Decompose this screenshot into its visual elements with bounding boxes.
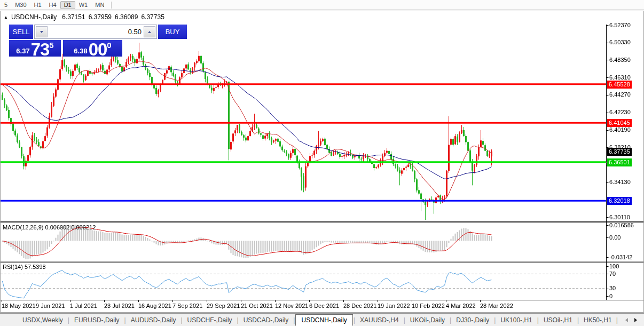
chart-tab-usoil-h1[interactable]: USOil-,H1	[539, 315, 577, 325]
price-level-label: 6.45528	[607, 81, 632, 89]
chart-symbol-label: USDCNH-,Daily	[11, 13, 57, 21]
chart-tab-usdcnh-daily[interactable]: USDCNH-,Daily	[295, 314, 352, 326]
tab-separator: |	[537, 316, 539, 324]
date-label: 4 Mar 2022	[446, 303, 476, 309]
chart-tab-xauusd-h4[interactable]: XAUUSD-,H4	[356, 315, 403, 325]
timeframe-toolbar: 5M30H1H4D1W1MN	[0, 0, 644, 10]
rsi-tick-label: 100	[609, 263, 619, 270]
timeframe-button-d1[interactable]: D1	[60, 1, 75, 9]
tab-separator: |	[404, 316, 405, 324]
buy-price-big: 00	[89, 42, 107, 57]
volume-stepper	[34, 25, 157, 39]
date-label: 7 Sep 2021	[172, 303, 202, 309]
toolbar-separator	[111, 2, 112, 9]
macd-tick-label: -0.03142	[609, 254, 632, 261]
sell-price-display[interactable]: 6.37735	[9, 40, 61, 57]
price-tick-label: 6.30110	[609, 214, 630, 221]
rsi-tick-label: 30	[609, 285, 616, 292]
chart-tab-audusd-daily[interactable]: AUDUSD-,Daily	[127, 315, 180, 325]
chart-tab-ukoil-daily[interactable]: UKOil-,Daily	[406, 315, 449, 325]
date-label: 28 Dec 2021	[343, 303, 376, 309]
tab-separator: |	[293, 316, 295, 324]
timeframe-button-m30[interactable]: M30	[11, 1, 30, 9]
price-tick-label: 6.50330	[609, 39, 631, 46]
chart-tab-hk50-h1[interactable]: HK50-,H1	[579, 315, 616, 325]
rsi-tick-label: 0	[609, 293, 612, 300]
tab-separator: |	[450, 316, 451, 324]
date-label: 18 May 2021	[2, 303, 36, 309]
trading-terminal: { "toolbar": { "timeframes": ["5", "M30"…	[0, 0, 644, 326]
buy-price-display[interactable]: 6.38000	[63, 40, 122, 57]
buy-price-prefix: 6.38	[74, 47, 88, 57]
tabs-navigation: |	[616, 316, 644, 324]
macd-tick-label: 0.016586	[609, 222, 634, 229]
timeframe-button-w1[interactable]: W1	[75, 1, 92, 9]
chart-tab-usdx-weekly[interactable]: USDX,Weekly	[18, 315, 67, 325]
collapse-chart-icon[interactable]: ▲	[4, 15, 8, 20]
rsi-indicator-label: RSI(14) 57.5398	[3, 264, 46, 270]
date-label: 23 Jul 2021	[104, 303, 135, 309]
tab-separator: |	[124, 316, 126, 324]
price-level-label: 6.32018	[607, 197, 632, 205]
date-label: 9 Jun 2021	[36, 303, 65, 309]
volume-input[interactable]	[48, 26, 144, 37]
buy-button[interactable]: BUY	[158, 25, 187, 39]
sell-price-big: 73	[31, 42, 50, 57]
price-tick-label: 6.52370	[609, 22, 631, 29]
ohlc-low-value: 6.36089	[115, 13, 138, 21]
volume-increase-button[interactable]	[144, 26, 155, 37]
chart-tabs-bar: USDX,Weekly|EURUSD-,Daily|AUDUSD-,Daily|…	[0, 313, 644, 326]
price-level-label: 6.41045	[607, 119, 632, 127]
sell-button[interactable]: SELL	[9, 25, 33, 39]
volume-decrease-button[interactable]	[36, 26, 48, 37]
ohlc-high-value: 6.37959	[89, 13, 112, 21]
tabs-scroll-right-icon[interactable]	[634, 318, 637, 322]
tabs-separator: |	[616, 316, 618, 324]
price-level-label: 6.36501	[607, 158, 632, 166]
chart-tab-eurusd-daily[interactable]: EURUSD-,Daily	[70, 315, 124, 325]
tabs-scroll-left-icon[interactable]	[625, 318, 628, 322]
price-tick-label: 6.42230	[609, 109, 631, 116]
date-label: 1 Jul 2021	[70, 303, 97, 309]
price-tick-label: 6.34130	[609, 179, 631, 186]
one-click-trade-panel: SELL BUY 6.37735 6.38000	[9, 25, 122, 57]
date-label: 28 Mar 2022	[480, 303, 513, 309]
sell-price-pip: 5	[49, 40, 53, 49]
ohlc-open-value: 6.37151	[62, 13, 85, 21]
tab-separator: |	[237, 316, 239, 324]
date-label: 6 Dec 2021	[309, 303, 339, 309]
triangle-up-icon	[148, 31, 151, 33]
date-label: 21 Oct 2021	[241, 303, 273, 309]
date-label: 19 Jan 2022	[378, 303, 410, 309]
chart-tabs: USDX,Weekly|EURUSD-,Daily|AUDUSD-,Daily|…	[18, 314, 616, 326]
current-price-label: 6.37735	[607, 148, 632, 156]
chart-tab-usdcad-daily[interactable]: USDCAD-,Daily	[239, 315, 293, 325]
chart-title-bar: ▲ USDCNH-,Daily 6.37151 6.37959 6.36089 …	[4, 13, 168, 21]
timeframe-button-h4[interactable]: H4	[45, 1, 60, 9]
price-tick-label: 6.46310	[609, 74, 631, 81]
timeframe-button-h1[interactable]: H1	[30, 1, 45, 9]
triangle-down-icon	[40, 31, 43, 33]
tab-separator: |	[577, 316, 579, 324]
rsi-tick-label: 70	[609, 271, 616, 277]
timeframe-button-5[interactable]: 5	[1, 1, 11, 9]
price-tick-label: 6.40190	[609, 126, 631, 133]
date-label: 16 Aug 2021	[138, 303, 171, 309]
ohlc-close-value: 6.37735	[141, 13, 164, 21]
date-label: 10 Feb 2022	[412, 303, 445, 309]
price-tick-label: 6.48350	[609, 57, 631, 63]
chart-tab-uk100-h1[interactable]: UK100-,H1	[496, 315, 536, 325]
chart-tab-dj30-daily[interactable]: DJ30-,Daily	[452, 315, 493, 325]
tab-separator: |	[68, 316, 69, 324]
timeframe-button-mn[interactable]: MN	[91, 1, 108, 9]
chart-tab-usdchf-daily[interactable]: USDCHF-,Daily	[183, 315, 237, 325]
macd-indicator-label: MACD(12,26,9) 0.006902 0.009212	[3, 224, 96, 230]
tab-separator: |	[494, 316, 496, 324]
tab-separator: |	[180, 316, 182, 324]
macd-tick-label: 0.00	[609, 234, 621, 241]
buy-price-pip: 0	[107, 40, 111, 49]
sell-price-prefix: 6.37	[16, 47, 30, 57]
date-label: 29 Sep 2021	[207, 303, 240, 309]
date-label: 12 Nov 2021	[275, 303, 308, 309]
price-tick-label: 6.44270	[609, 91, 631, 98]
